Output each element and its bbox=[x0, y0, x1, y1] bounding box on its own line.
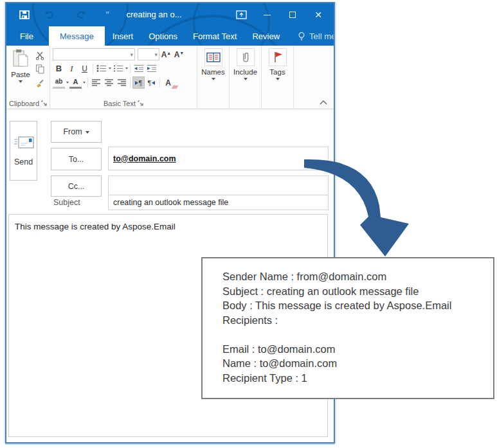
window-title: creating an o... bbox=[84, 3, 224, 26]
lightbulb-icon bbox=[298, 31, 305, 41]
callout-body: Body : This message is created by Aspose… bbox=[222, 298, 488, 313]
copy-icon[interactable] bbox=[33, 63, 46, 75]
undo-icon[interactable] bbox=[44, 10, 55, 19]
subject-field[interactable]: creating an outlook message file bbox=[108, 195, 329, 210]
format-painter-icon[interactable] bbox=[33, 76, 46, 88]
cc-label: Cc... bbox=[68, 182, 85, 191]
titlebar: ” creating an o... ✕ bbox=[6, 3, 334, 26]
save-icon[interactable] bbox=[19, 10, 30, 19]
tab-file[interactable]: File bbox=[12, 26, 41, 46]
paste-clipboard-icon bbox=[12, 49, 29, 69]
window-controls: ✕ bbox=[228, 3, 331, 26]
ribbon-group-include[interactable]: Include bbox=[230, 46, 262, 109]
from-dropdown-caret bbox=[86, 131, 89, 134]
send-envelope-icon bbox=[13, 135, 35, 152]
ribbon-spacer bbox=[294, 46, 334, 109]
to-label: To... bbox=[69, 155, 84, 164]
minimize-button[interactable] bbox=[254, 3, 280, 26]
callout-name: Name : to@domain.com bbox=[222, 356, 488, 371]
tab-options[interactable]: Options bbox=[141, 26, 185, 46]
ribbon-group-tags[interactable]: Tags bbox=[262, 46, 294, 109]
paste-dropdown-caret bbox=[19, 80, 23, 83]
clipboard-group-label: Clipboard bbox=[9, 100, 39, 107]
text-highlight-icon[interactable]: ab bbox=[53, 76, 65, 89]
numbering-caret bbox=[125, 67, 128, 69]
basic-text-group-label: Basic Text bbox=[104, 100, 136, 107]
tab-insert[interactable]: Insert bbox=[105, 26, 141, 46]
include-dropdown-caret bbox=[244, 78, 248, 80]
cc-button[interactable]: Cc... bbox=[51, 175, 102, 197]
callout-recipient-type: Recipient Type : 1 bbox=[222, 371, 488, 386]
underline-button[interactable]: U bbox=[78, 62, 91, 75]
subject-label: Subject bbox=[53, 195, 80, 210]
callout-recipients: Recipients : bbox=[222, 313, 488, 328]
callout-blank-line bbox=[222, 327, 488, 342]
decrease-indent-icon[interactable] bbox=[132, 62, 145, 75]
tags-dropdown-caret bbox=[276, 78, 280, 80]
include-label: Include bbox=[233, 68, 257, 76]
ribbon-display-options-icon[interactable] bbox=[228, 3, 254, 26]
paste-label: Paste bbox=[11, 71, 30, 78]
message-properties-callout: Sender Name : from@domain.com Subject : … bbox=[201, 257, 494, 399]
from-label: From bbox=[63, 127, 82, 136]
clipboard-dialog-launcher-icon[interactable] bbox=[41, 100, 47, 106]
subject-value: creating an outlook message file bbox=[113, 198, 228, 207]
send-button[interactable]: Send bbox=[10, 121, 37, 181]
message-body-text: This message is created by Aspose.Email bbox=[9, 215, 327, 238]
from-button[interactable]: From bbox=[51, 121, 102, 143]
align-center-icon[interactable] bbox=[103, 76, 115, 89]
paste-button[interactable]: Paste bbox=[9, 48, 32, 98]
highlight-caret bbox=[66, 82, 69, 84]
cc-field[interactable] bbox=[108, 175, 329, 195]
ribbon-group-basic-text: ▾ ▾ A▲ A▼ B I U bbox=[50, 46, 197, 109]
basic-text-dialog-launcher-icon[interactable] bbox=[138, 100, 143, 106]
maximize-button[interactable] bbox=[280, 3, 305, 26]
tab-message[interactable]: Message bbox=[49, 26, 105, 46]
flag-icon bbox=[269, 48, 287, 66]
bullets-caret bbox=[109, 67, 111, 69]
to-button[interactable]: To... bbox=[51, 148, 102, 170]
ribbon-group-names[interactable]: Names bbox=[197, 46, 230, 109]
names-dropdown-caret bbox=[212, 78, 215, 80]
italic-button[interactable]: I bbox=[66, 62, 78, 75]
cut-icon[interactable] bbox=[33, 49, 46, 61]
callout-sender-name: Sender Name : from@domain.com bbox=[222, 269, 488, 284]
tab-tell-me-label: Tell me... bbox=[309, 31, 334, 41]
align-left-icon[interactable] bbox=[90, 76, 102, 89]
window-header: ” creating an o... ✕ File Message Insert… bbox=[6, 3, 334, 46]
collapse-ribbon-icon[interactable] bbox=[320, 98, 327, 106]
bold-button[interactable]: B bbox=[53, 62, 65, 75]
ribbon: Paste bbox=[6, 46, 334, 109]
paperclip-icon bbox=[237, 48, 255, 66]
callout-subject: Subject : creating an outlook message fi… bbox=[222, 284, 488, 299]
tags-label: Tags bbox=[269, 68, 285, 76]
bullets-icon[interactable] bbox=[95, 62, 107, 75]
left-to-right-direction-button[interactable]: ¶ bbox=[132, 76, 145, 89]
numbering-icon[interactable] bbox=[112, 62, 124, 75]
tab-format-text[interactable]: Format Text bbox=[185, 26, 244, 46]
close-button[interactable]: ✕ bbox=[305, 3, 331, 26]
to-field[interactable]: to@domain.com bbox=[108, 147, 329, 170]
increase-indent-icon[interactable] bbox=[145, 62, 158, 75]
callout-email: Email : to@domain.com bbox=[222, 342, 488, 357]
align-right-icon[interactable] bbox=[116, 76, 128, 89]
tab-tell-me[interactable]: Tell me... bbox=[290, 26, 334, 46]
address-book-icon bbox=[204, 48, 222, 66]
font-size-combo[interactable]: ▾ bbox=[138, 48, 159, 60]
font-color-caret bbox=[83, 82, 86, 84]
tab-review[interactable]: Review bbox=[244, 26, 287, 46]
clear-formatting-icon[interactable]: A bbox=[162, 76, 174, 89]
send-label: Send bbox=[14, 157, 33, 166]
grow-font-icon[interactable]: A▲ bbox=[160, 48, 172, 60]
to-recipient-value[interactable]: to@domain.com bbox=[113, 154, 176, 163]
font-color-icon[interactable]: A bbox=[69, 76, 82, 89]
right-to-left-direction-button[interactable]: ¶ bbox=[145, 76, 158, 89]
names-label: Names bbox=[201, 68, 224, 76]
shrink-font-icon[interactable]: A▼ bbox=[173, 48, 185, 60]
font-name-combo[interactable]: ▾ bbox=[53, 48, 135, 60]
ribbon-group-clipboard: Paste bbox=[6, 46, 50, 109]
ribbon-tabs: File Message Insert Options Format Text … bbox=[6, 26, 334, 46]
